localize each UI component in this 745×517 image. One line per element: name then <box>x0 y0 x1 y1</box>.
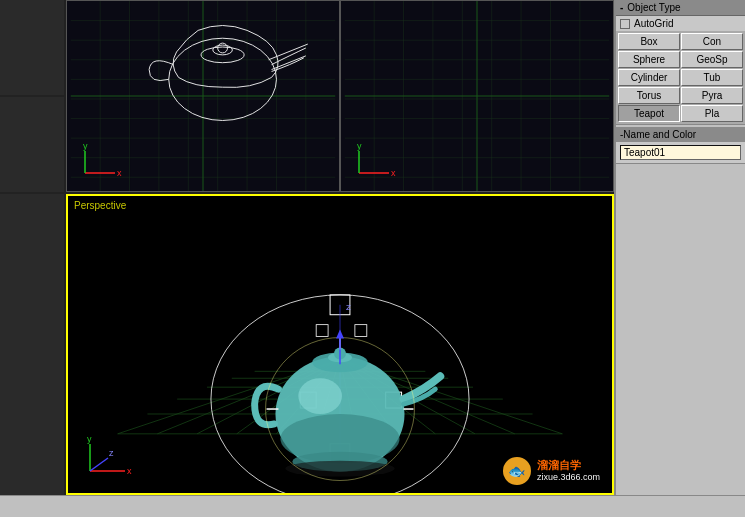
btn-cylinder[interactable]: Cylinder <box>618 69 680 86</box>
btn-teapot[interactable]: Teapot <box>618 105 680 122</box>
btn-torus[interactable]: Torus <box>618 87 680 104</box>
autogrid-checkbox[interactable] <box>620 19 630 29</box>
left-panel-bar <box>0 0 66 192</box>
perspective-scene-svg: z <box>68 196 612 493</box>
autogrid-row: AutoGrid <box>616 16 745 31</box>
watermark-text-block: 溜溜自学 zixue.3d66.com <box>537 458 600 484</box>
object-type-section: - Object Type AutoGrid Box Con Sphere Ge… <box>616 0 745 125</box>
main-container: + x y <box>0 0 745 495</box>
object-type-buttons: Box Con Sphere GeoSp Cylinder Tub Torus … <box>616 31 745 124</box>
svg-line-95 <box>90 458 108 471</box>
left-bottom-panel-area <box>0 194 66 495</box>
object-type-title: Object Type <box>627 2 680 13</box>
watermark-url: zixue.3d66.com <box>537 472 600 484</box>
watermark: 🐟 溜溜自学 zixue.3d66.com <box>495 453 608 489</box>
axis-topleft: x y <box>75 143 125 183</box>
svg-text:x: x <box>117 168 122 178</box>
left-bottom-panel <box>0 97 64 192</box>
svg-text:y: y <box>357 143 362 151</box>
svg-text:z: z <box>346 301 351 312</box>
object-name-input[interactable] <box>620 145 741 160</box>
svg-text:z: z <box>109 448 114 458</box>
viewport-perspective[interactable]: Perspective <box>66 194 614 495</box>
btn-pla[interactable]: Pla <box>681 105 743 122</box>
name-color-header: - Name and Color <box>616 127 745 142</box>
viewport-top-left[interactable]: + x y <box>66 0 340 192</box>
svg-text:x: x <box>391 168 396 178</box>
btn-geosp[interactable]: GeoSp <box>681 51 743 68</box>
bottom-viewport-row: Perspective <box>0 194 614 495</box>
viewports-area: + x y <box>0 0 614 495</box>
perspective-label: Perspective <box>74 200 126 211</box>
btn-tub[interactable]: Tub <box>681 69 743 86</box>
name-color-section: - Name and Color <box>616 127 745 164</box>
left-top-panel <box>0 0 64 97</box>
right-panel: - Object Type AutoGrid Box Con Sphere Ge… <box>614 0 745 495</box>
name-color-title: Name and Color <box>623 129 696 140</box>
svg-text:y: y <box>87 436 92 444</box>
svg-point-86 <box>285 461 394 477</box>
watermark-logo: 🐟 <box>503 457 531 485</box>
btn-con[interactable]: Con <box>681 33 743 50</box>
watermark-sitename: 溜溜自学 <box>537 458 600 472</box>
viewport-top-right[interactable]: x y <box>340 0 614 192</box>
btn-box[interactable]: Box <box>618 33 680 50</box>
status-bar <box>0 495 745 517</box>
axis-perspective: x y z <box>80 436 135 481</box>
svg-point-80 <box>298 378 342 414</box>
btn-pyra[interactable]: Pyra <box>681 87 743 104</box>
top-viewports-row: + x y <box>0 0 614 194</box>
object-type-header: - Object Type <box>616 0 745 16</box>
btn-sphere[interactable]: Sphere <box>618 51 680 68</box>
svg-text:x: x <box>127 466 132 476</box>
collapse-object-type-btn[interactable]: - <box>620 2 623 13</box>
svg-text:y: y <box>83 143 88 151</box>
autogrid-label: AutoGrid <box>634 18 673 29</box>
axis-topright: x y <box>349 143 399 183</box>
